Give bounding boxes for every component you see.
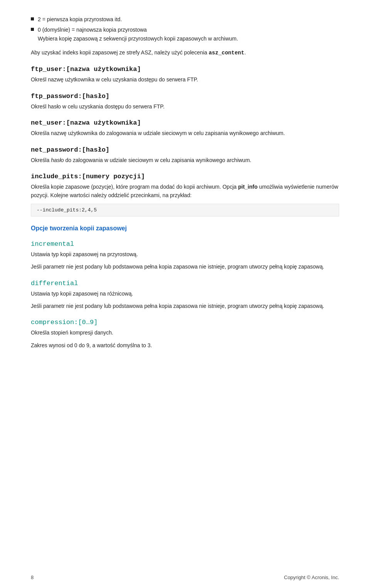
compression-paragraph2: Zakres wynosi od 0 do 9, a wartość domyś… — [31, 341, 339, 350]
net-password-suffix: do zalogowania w udziale sieciowym w cel… — [65, 157, 251, 163]
ftp-password-heading: ftp_password:[hasło] — [31, 93, 339, 100]
asz-content-ending: . — [244, 49, 246, 56]
bullet-item-1: 2 = pierwsza kopia przyrostowa itd. — [31, 15, 339, 24]
compression-paragraph1: Określa stopień kompresji danych. — [31, 328, 339, 337]
backup-options-heading: Opcje tworzenia kopii zapasowej — [31, 225, 339, 232]
incremental-heading: incremental — [31, 240, 339, 248]
net-user-section: net_user:[nazwa użytkownika] Określa naz… — [31, 119, 339, 137]
backup-options-section: Opcje tworzenia kopii zapasowej — [31, 225, 339, 232]
incremental-paragraph1: Ustawia typ kopii zapasowej na przyrosto… — [31, 250, 339, 259]
include-pits-bold: pit_info — [238, 184, 259, 190]
ftp-password-description: Określ hasło w celu uzyskania dostępu do… — [31, 102, 339, 111]
differential-paragraph1: Ustawia typ kopii zapasowej na różnicową… — [31, 289, 339, 298]
differential-paragraph2: Jeśli parametr nie jest podany lub podst… — [31, 302, 339, 310]
compression-heading: compression:[0…9] — [31, 319, 339, 326]
ftp-password-section: ftp_password:[hasło] Określ hasło w celu… — [31, 93, 339, 111]
bullet-icon-2 — [31, 28, 34, 31]
net-password-description: Określa hasło do zalogowania w udziale s… — [31, 156, 339, 164]
net-password-italic: hasło — [51, 157, 65, 163]
differential-section: differential Ustawia typ kopii zapasowej… — [31, 280, 339, 311]
bullet-item-2: 0 (domyślnie) = najnowsza kopia przyrost… — [31, 26, 339, 43]
net-password-section: net_password:[hasło] Określa hasło do za… — [31, 146, 339, 164]
asz-content-code: asz_content — [209, 50, 244, 56]
ftp-user-heading: ftp_user:[nazwa użytkownika] — [31, 66, 339, 73]
net-user-description: Określa nazwę użytkownika do zalogowania… — [31, 129, 339, 137]
bullet-list-top: 2 = pierwsza kopia przyrostowa itd. 0 (d… — [31, 15, 339, 43]
bullet-text-1: 2 = pierwsza kopia przyrostowa itd. — [38, 15, 122, 24]
bullet-icon-1 — [31, 17, 34, 20]
footer-copyright: Copyright © Acronis, Inc. — [284, 574, 339, 580]
page-container: 2 = pierwsza kopia przyrostowa itd. 0 (d… — [0, 0, 370, 588]
include-pits-prefix: Określa kopie zapasowe (pozycje), które … — [31, 184, 238, 190]
bullet-text-2-sub: Wybiera kopię zapasową z sekwencji przyr… — [38, 35, 238, 43]
ftp-user-section: ftp_user:[nazwa użytkownika] Określ nazw… — [31, 66, 339, 84]
incremental-paragraph2: Jeśli parametr nie jest podany lub podst… — [31, 262, 339, 271]
bullet-text-2-container: 0 (domyślnie) = najnowsza kopia przyrost… — [38, 26, 238, 43]
include-pits-code: --include_pits:2,4,5 — [31, 204, 339, 216]
bullet-text-2-main: 0 (domyślnie) = najnowsza kopia przyrost… — [38, 26, 238, 34]
net-password-heading: net_password:[hasło] — [31, 146, 339, 154]
include-pits-heading: include_pits:[numery pozycji] — [31, 173, 339, 180]
incremental-section: incremental Ustawia typ kopii zapasowej … — [31, 240, 339, 271]
asz-content-section: Aby uzyskać indeks kopii zapasowej ze st… — [31, 48, 339, 57]
include-pits-section: include_pits:[numery pozycji] Określa ko… — [31, 173, 339, 216]
compression-section: compression:[0…9] Określa stopień kompre… — [31, 319, 339, 350]
net-user-heading: net_user:[nazwa użytkownika] — [31, 119, 339, 127]
page-number: 8 — [31, 574, 34, 580]
page-footer: 8 Copyright © Acronis, Inc. — [0, 574, 370, 580]
ftp-user-description: Określ nazwę użytkownika w celu uzyskani… — [31, 75, 339, 84]
asz-content-text-prefix: Aby uzyskać indeks kopii zapasowej ze st… — [31, 49, 207, 56]
net-password-prefix: Określa — [31, 157, 51, 163]
asz-content-paragraph: Aby uzyskać indeks kopii zapasowej ze st… — [31, 48, 339, 57]
differential-heading: differential — [31, 280, 339, 287]
include-pits-paragraph: Określa kopie zapasowe (pozycje), które … — [31, 182, 339, 200]
